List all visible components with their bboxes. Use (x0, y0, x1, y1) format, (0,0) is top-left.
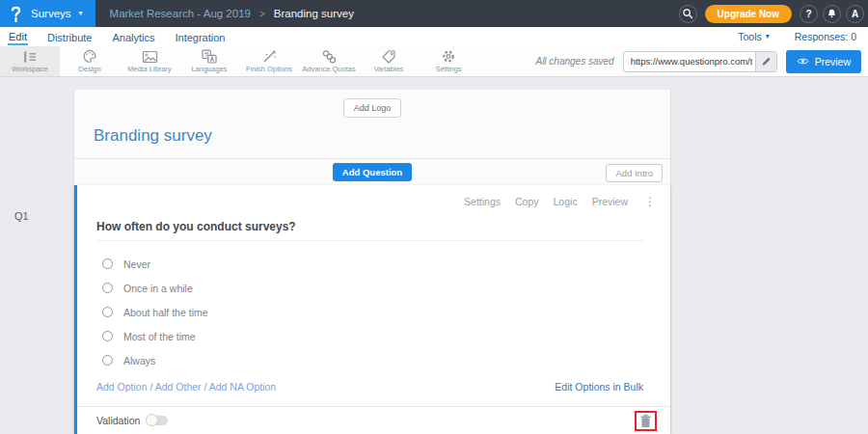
avatar-initial: A (852, 9, 858, 19)
radio-icon[interactable] (102, 307, 113, 317)
preview-button[interactable]: Preview (786, 50, 861, 73)
answer-option-label: Most of the time (123, 331, 196, 342)
autosave-status: All changes saved (535, 56, 613, 67)
bell-icon (827, 8, 837, 19)
toolbar-item-design[interactable]: Design (60, 46, 120, 76)
survey-title[interactable]: Branding survey (74, 118, 670, 158)
caret-down-icon: ▾ (766, 33, 770, 41)
caret-down-icon: ▾ (79, 10, 83, 17)
answer-option-row[interactable]: Never (102, 252, 670, 276)
toolbar-item-media-library[interactable]: Media Library (120, 46, 179, 76)
pencil-icon (761, 56, 772, 67)
wand-icon (261, 49, 277, 64)
preview-button-label: Preview (815, 56, 851, 68)
responses-count[interactable]: Responses: 0 (795, 31, 856, 42)
answer-option-label: Never (123, 258, 150, 270)
editor-toolbar: Workspace Design Media Library (0, 46, 868, 77)
toggle-knob (146, 414, 158, 426)
top-bar: Surveys ▾ Market Research - Aug 2019 > B… (0, 0, 868, 27)
answer-option-row[interactable]: Once in a while (102, 276, 670, 300)
breadcrumb-current: Branding survey (274, 8, 354, 19)
radio-icon[interactable] (102, 331, 113, 341)
answer-option-label: Once in a while (123, 283, 193, 294)
upgrade-now-button[interactable]: Upgrade Now (705, 5, 792, 23)
question-settings-action[interactable]: Settings (464, 196, 501, 207)
edit-options-bulk-link[interactable]: Edit Options in Bulk (555, 381, 643, 393)
tools-label: Tools (738, 31, 762, 42)
toolbar-item-label: Media Library (127, 65, 171, 73)
trash-icon[interactable] (639, 414, 652, 428)
question-number-label: Q1 (14, 210, 29, 222)
tab-analytics[interactable]: Analytics (111, 30, 155, 44)
toolbar-item-label: Languages (191, 65, 227, 73)
editor-canvas: Q1 Add Logo Branding survey Add Question… (0, 77, 868, 434)
topbar-actions: Upgrade Now ? A (679, 5, 868, 23)
survey-url-input[interactable] (624, 56, 755, 67)
breadcrumb-parent[interactable]: Market Research - Aug 2019 (110, 8, 251, 19)
breadcrumb: Market Research - Aug 2019 > Branding su… (110, 8, 354, 19)
add-question-button[interactable]: Add Question (333, 163, 412, 181)
palette-icon (82, 49, 97, 64)
questionpro-logo-icon (9, 4, 23, 23)
search-button[interactable] (679, 5, 697, 23)
survey-card: Add Logo Branding survey Add Question Ad… (74, 90, 670, 434)
chain-icon (321, 49, 337, 64)
toolbar-item-workspace[interactable]: Workspace (0, 46, 60, 76)
breadcrumb-separator: > (259, 9, 265, 19)
tabs-right: Tools ▾ Responses: 0 (738, 31, 868, 42)
question-logic-action[interactable]: Logic (554, 196, 578, 207)
tab-distribute[interactable]: Distribute (46, 30, 93, 44)
answer-option-label: Always (123, 355, 155, 366)
edit-url-button[interactable] (755, 51, 776, 72)
toolbar-right: All changes saved Preview (535, 46, 868, 76)
user-avatar[interactable]: A (846, 5, 864, 23)
toolbar-item-label: Variables (374, 65, 404, 73)
surveys-menu[interactable]: Surveys ▾ (0, 0, 95, 27)
add-logo-button[interactable]: Add Logo (343, 98, 402, 118)
tab-integration[interactable]: Integration (174, 30, 226, 44)
add-intro-button[interactable]: Add Intro (606, 164, 663, 182)
answer-options: Never Once in a while About half the tim… (77, 241, 670, 372)
answer-option-row[interactable]: Most of the time (102, 324, 670, 348)
toolbar-item-finish-options[interactable]: Finish Options (239, 46, 299, 76)
radio-icon[interactable] (102, 258, 113, 269)
toolbar-item-advance-quotas[interactable]: Advance Quotas (299, 46, 359, 76)
toolbar-item-languages[interactable]: Languages (179, 46, 239, 76)
option-links-row: Add Option / Add Other / Add NA Option E… (77, 372, 670, 406)
question-text[interactable]: How often do you conduct surveys? (96, 220, 643, 241)
question-copy-action[interactable]: Copy (515, 196, 539, 207)
question-block: Settings Copy Logic Preview ⋮ How often … (74, 185, 670, 434)
toolbar-item-label: Advance Quotas (302, 65, 355, 73)
toolbar-item-label: Settings (435, 65, 461, 73)
toolbar-item-variables[interactable]: Variables (359, 46, 419, 76)
toolbar-item-label: Workspace (12, 65, 47, 73)
search-icon (682, 8, 693, 19)
add-question-band: Add Question Add Intro (74, 158, 670, 185)
image-icon (142, 50, 158, 64)
logo-row: Add Logo (74, 90, 670, 118)
nav-tabs: Edit Distribute Analytics Integration To… (0, 27, 868, 46)
answer-option-row[interactable]: Always (102, 348, 670, 372)
question-actions: Settings Copy Logic Preview ⋮ (77, 185, 670, 207)
tools-menu[interactable]: Tools ▾ (738, 31, 770, 42)
gear-icon (441, 49, 456, 64)
validation-label: Validation (96, 415, 140, 426)
translate-icon (202, 49, 217, 64)
notifications-button[interactable] (823, 5, 841, 23)
toolbar-item-label: Finish Options (246, 65, 292, 73)
radio-icon[interactable] (102, 283, 113, 293)
radio-icon[interactable] (102, 355, 113, 366)
answer-option-label: About half the time (123, 307, 208, 318)
tag-icon (381, 49, 396, 64)
tab-edit[interactable]: Edit (8, 29, 28, 45)
add-option-links[interactable]: Add Option / Add Other / Add NA Option (96, 381, 276, 393)
answer-option-row[interactable]: About half the time (102, 300, 670, 324)
overflow-menu-icon[interactable]: ⋮ (644, 197, 656, 207)
surveys-menu-label: Surveys (31, 8, 71, 19)
validation-toggle[interactable] (147, 416, 168, 425)
question-footer: Validation (77, 406, 670, 434)
help-button[interactable]: ? (800, 5, 818, 23)
workspace-icon (22, 50, 38, 64)
question-preview-action[interactable]: Preview (592, 196, 628, 207)
toolbar-item-settings[interactable]: Settings (419, 46, 478, 76)
